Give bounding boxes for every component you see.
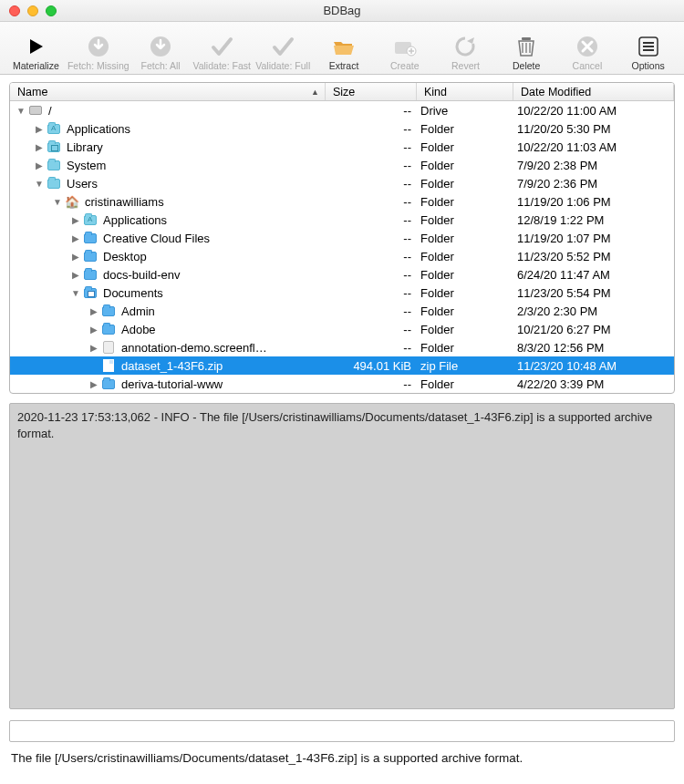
- file-kind: Folder: [417, 140, 513, 154]
- file-icon: [101, 340, 116, 355]
- table-row[interactable]: ▼🏠cristinawilliams--Folder11/19/20 1:06 …: [10, 192, 674, 211]
- table-row[interactable]: ▶Adobe--Folder10/21/20 6:27 PM: [10, 320, 674, 338]
- file-date: 7/9/20 2:36 PM: [513, 177, 674, 191]
- delete-button[interactable]: Delete: [498, 34, 555, 71]
- disclosure-closed-icon[interactable]: ▶: [70, 215, 81, 225]
- file-kind: Drive: [417, 104, 513, 118]
- file-name: System: [67, 159, 106, 172]
- file-date: 10/22/20 11:00 AM: [513, 104, 674, 118]
- disclosure-open-icon[interactable]: ▼: [34, 179, 45, 189]
- file-tree-panel: Name▲ Size Kind Date Modified ▼/--Drive1…: [9, 82, 675, 394]
- table-row[interactable]: ▶System--Folder7/9/20 2:38 PM: [10, 156, 674, 174]
- file-date: 11/23/20 5:52 PM: [513, 250, 674, 263]
- table-row[interactable]: ▼Users--Folder7/9/20 2:36 PM: [10, 174, 674, 192]
- table-row[interactable]: ▶docs-build-env--Folder6/24/20 11:47 AM: [10, 265, 674, 284]
- file-name: dataset_1-43F6.zip: [121, 359, 223, 373]
- toolbar: MaterializeFetch: MissingFetch: AllValid…: [0, 22, 684, 75]
- table-row[interactable]: ▶Library--Folder10/22/20 11:03 AM: [10, 138, 674, 156]
- file-kind: Folder: [417, 341, 513, 355]
- sort-indicator-icon: ▲: [311, 88, 319, 97]
- disclosure-closed-icon[interactable]: ▶: [34, 160, 45, 170]
- file-icon: [83, 212, 98, 227]
- file-date: 6/24/20 11:47 AM: [513, 268, 674, 282]
- file-icon: [83, 249, 98, 263]
- table-row[interactable]: ▶Applications--Folder12/8/19 1:22 PM: [10, 211, 674, 229]
- disclosure-open-icon[interactable]: ▼: [70, 288, 81, 298]
- column-header-kind[interactable]: Kind: [417, 83, 513, 100]
- menu-icon: [636, 34, 661, 59]
- table-row[interactable]: ▼/--Drive10/22/20 11:00 AM: [10, 101, 674, 119]
- options-button[interactable]: Options: [619, 34, 677, 71]
- table-row[interactable]: ▶deriva-tutorial-www--Folder4/22/20 3:39…: [10, 375, 674, 393]
- download-icon: [86, 34, 111, 59]
- disclosure-open-icon[interactable]: ▼: [52, 197, 63, 207]
- extract-button[interactable]: Extract: [316, 34, 373, 71]
- disclosure-closed-icon[interactable]: ▶: [34, 142, 45, 152]
- file-name: deriva-tutorial-www: [121, 377, 223, 391]
- minimize-icon[interactable]: [27, 5, 38, 16]
- file-date: 2/3/20 2:30 PM: [513, 304, 674, 318]
- toolbar-label: Fetch: Missing: [67, 60, 130, 71]
- disclosure-closed-icon[interactable]: ▶: [88, 343, 99, 353]
- window-title: BDBag: [0, 4, 684, 17]
- file-size: --: [326, 304, 417, 318]
- disclosure-closed-icon[interactable]: ▶: [88, 306, 99, 316]
- play-icon: [23, 34, 48, 59]
- materialize-button[interactable]: Materialize: [7, 34, 65, 71]
- file-kind: Folder: [417, 268, 513, 282]
- file-name: Desktop: [103, 250, 147, 263]
- file-icon: [83, 285, 98, 300]
- disclosure-closed-icon[interactable]: ▶: [88, 379, 99, 389]
- check-icon: [270, 34, 295, 59]
- column-header-date[interactable]: Date Modified: [513, 83, 674, 100]
- file-size: --: [326, 232, 417, 245]
- file-name: Users: [67, 177, 98, 191]
- download-icon: [148, 34, 173, 59]
- file-icon: [83, 231, 98, 245]
- disclosure-closed-icon[interactable]: ▶: [34, 124, 45, 134]
- table-row[interactable]: ▶dataset_1-43F6.zip494.01 KiBzip File11/…: [10, 356, 674, 375]
- file-size: --: [326, 341, 417, 355]
- file-kind: Folder: [417, 323, 513, 336]
- table-row[interactable]: ▼Documents--Folder11/23/20 5:54 PM: [10, 284, 674, 302]
- file-size: --: [326, 213, 417, 227]
- table-row[interactable]: ▶Desktop--Folder11/23/20 5:52 PM: [10, 247, 674, 265]
- file-icon: [101, 322, 116, 336]
- disclosure-closed-icon[interactable]: ▶: [70, 233, 81, 243]
- file-kind: Folder: [417, 232, 513, 245]
- file-size: --: [326, 122, 417, 136]
- table-row[interactable]: ▶Creative Cloud Files--Folder11/19/20 1:…: [10, 229, 674, 247]
- column-header-name[interactable]: Name▲: [10, 83, 326, 100]
- disclosure-closed-icon[interactable]: ▶: [70, 270, 81, 280]
- disclosure-closed-icon[interactable]: ▶: [70, 252, 81, 262]
- file-name: Adobe: [121, 323, 156, 336]
- command-input[interactable]: [9, 720, 675, 742]
- file-name: Library: [67, 140, 103, 154]
- file-rows[interactable]: ▼/--Drive10/22/20 11:00 AM▶Applications-…: [10, 101, 674, 393]
- cancel-button: Cancel: [559, 34, 617, 71]
- file-icon: [101, 377, 116, 391]
- toolbar-label: Fetch: All: [141, 60, 181, 71]
- file-icon: [28, 103, 43, 118]
- file-date: 11/19/20 1:06 PM: [513, 195, 674, 209]
- close-icon[interactable]: [9, 5, 20, 16]
- file-size: --: [326, 377, 417, 391]
- window-controls: [0, 5, 57, 16]
- file-name: Applications: [67, 122, 130, 136]
- table-row[interactable]: ▶annotation-demo.screenfl…--Folder8/3/20…: [10, 338, 674, 356]
- table-row[interactable]: ▶Applications--Folder11/20/20 5:30 PM: [10, 119, 674, 138]
- file-name: Admin: [121, 304, 155, 318]
- disclosure-closed-icon[interactable]: ▶: [88, 325, 99, 335]
- file-date: 11/23/20 10:48 AM: [513, 359, 674, 373]
- file-name: docs-build-env: [103, 268, 181, 282]
- toolbar-label: Cancel: [573, 60, 603, 71]
- maximize-icon[interactable]: [46, 5, 57, 16]
- disclosure-open-icon[interactable]: ▼: [16, 106, 26, 116]
- file-date: 10/21/20 6:27 PM: [513, 323, 674, 336]
- table-row[interactable]: ▶Admin--Folder2/3/20 2:30 PM: [10, 302, 674, 320]
- fetch-all-button: Fetch: All: [132, 34, 190, 71]
- file-kind: Folder: [417, 250, 513, 263]
- create-button: Create: [376, 34, 433, 71]
- column-header-size[interactable]: Size: [326, 83, 417, 100]
- file-kind: Folder: [417, 304, 513, 318]
